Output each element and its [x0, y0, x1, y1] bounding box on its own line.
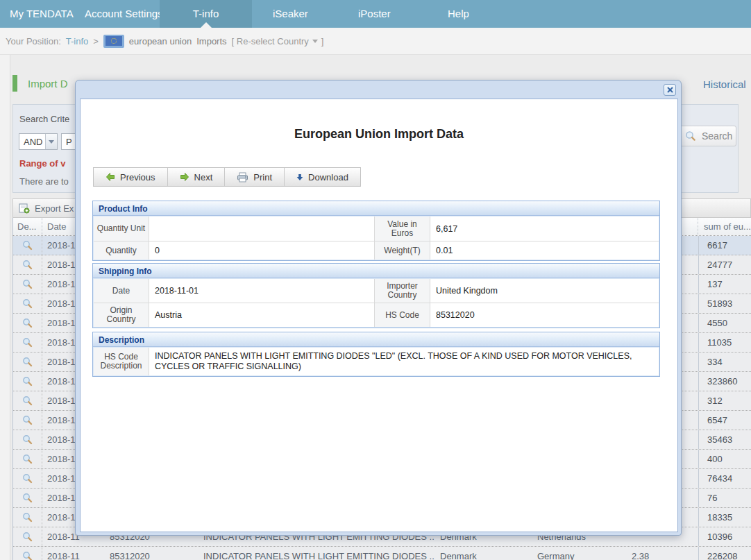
shipping-info-section: Shipping Info Date 2018-11-01 Importer C…	[92, 263, 660, 328]
row-detail-button[interactable]	[13, 353, 42, 371]
column-header-detail[interactable]: De...	[13, 218, 42, 235]
magnifier-icon[interactable]	[22, 376, 33, 387]
magnifier-icon[interactable]	[22, 415, 33, 425]
row-detail-button[interactable]	[13, 450, 42, 468]
close-icon	[667, 87, 673, 93]
magnifier-icon[interactable]	[22, 318, 33, 328]
magnifier-icon[interactable]	[22, 473, 33, 484]
cell-sum: 35463	[698, 430, 751, 449]
next-label: Next	[194, 172, 213, 183]
label-date: Date	[94, 279, 149, 303]
reselect-country-button[interactable]: [ Re-select Country ]	[232, 36, 324, 46]
import-data-dialog: European Union Import Data Previous Next	[75, 80, 682, 536]
print-button[interactable]: Print	[224, 168, 284, 186]
breadcrumb-prefix: Your Position:	[6, 36, 61, 46]
app-root: My TENDATA Account Settings T-info iSeak…	[0, 0, 751, 560]
magnifier-icon[interactable]	[22, 298, 33, 309]
dialog-title: European Union Import Data	[81, 127, 677, 142]
value-quantity-unit	[149, 217, 375, 241]
row-detail-button[interactable]	[13, 527, 42, 546]
magnifier-icon[interactable]	[22, 512, 33, 523]
value-origin-country: Austria	[149, 303, 375, 327]
historical-link[interactable]: Historical	[703, 78, 746, 90]
row-detail-button[interactable]	[13, 489, 42, 507]
row-detail-button[interactable]	[13, 275, 42, 294]
next-button[interactable]: Next	[167, 168, 225, 186]
magnifier-icon[interactable]	[22, 396, 33, 406]
description-heading: Description	[93, 332, 659, 347]
label-weight: Weight(T)	[375, 241, 430, 260]
results-note-text: There are to	[19, 176, 69, 187]
magnifier-icon[interactable]	[22, 493, 33, 503]
cell-description: INDICATOR PANELS WITH LIGHT EMITTING DIO…	[199, 547, 434, 560]
value-hs-code: 85312020	[430, 303, 659, 327]
row-detail-button[interactable]	[13, 333, 42, 352]
label-value-in-euros: Value in Euros	[375, 217, 430, 241]
row-detail-button[interactable]	[13, 391, 42, 410]
nav-item-t-info[interactable]: T-info	[160, 0, 252, 28]
cell-sum: 76434	[698, 469, 751, 488]
row-detail-button[interactable]	[13, 411, 42, 430]
table-row[interactable]: 2018-1185312020INDICATOR PANELS WITH LIG…	[13, 547, 751, 560]
breadcrumb-separator: >	[93, 36, 99, 46]
product-info-heading: Product Info	[93, 201, 659, 216]
label-quantity-unit: Quantity Unit	[94, 217, 149, 241]
magnifier-icon[interactable]	[22, 357, 33, 367]
label-quantity: Quantity	[94, 241, 149, 260]
breadcrumb-link-t-info[interactable]: T-info	[66, 36, 89, 46]
magnifier-icon[interactable]	[22, 279, 33, 289]
magnifier-icon[interactable]	[22, 260, 33, 270]
dialog-close-button[interactable]	[664, 84, 676, 96]
export-excel-label: Export Ex	[35, 203, 74, 214]
and-or-select[interactable]: AND	[19, 133, 58, 150]
value-quantity: 0	[149, 241, 375, 260]
nav-item-my-tendata[interactable]: My TENDATA	[10, 0, 74, 28]
row-detail-button[interactable]	[13, 547, 42, 560]
magnifier-icon[interactable]	[22, 434, 33, 445]
magnifier-icon[interactable]	[22, 240, 33, 251]
row-detail-button[interactable]	[13, 255, 42, 274]
search-button[interactable]: Search	[678, 126, 736, 146]
cell-sum: 312	[698, 391, 751, 410]
cell-sum: 10396	[698, 527, 751, 546]
breadcrumb: Your Position: T-info > european union I…	[0, 28, 751, 55]
eu-flag-icon	[103, 35, 124, 48]
row-detail-button[interactable]	[13, 372, 42, 391]
reselect-label: [ Re-select Country	[232, 36, 309, 46]
label-hs-code-description: HS Code Description	[94, 348, 149, 375]
export-excel-button[interactable]: Export Ex	[19, 203, 74, 214]
cell-sum: 6547	[698, 411, 751, 430]
import-data-tab[interactable]: Import D	[28, 78, 68, 90]
nav-item-help[interactable]: Help	[448, 0, 469, 28]
nav-item-iposter[interactable]: iPoster	[358, 0, 391, 28]
row-detail-button[interactable]	[13, 294, 42, 313]
select-chevron-icon[interactable]	[45, 134, 57, 149]
cell-hs-code: 85312020	[105, 547, 199, 560]
top-navbar: My TENDATA Account Settings T-info iSeak…	[0, 0, 751, 28]
nav-item-iseaker[interactable]: iSeaker	[273, 0, 308, 28]
cell-sum: 137	[698, 275, 751, 294]
column-header-sum[interactable]: sum of eu...	[698, 218, 751, 235]
download-button[interactable]: Download	[284, 168, 360, 186]
magnifier-icon[interactable]	[22, 532, 33, 542]
magnifier-icon[interactable]	[22, 337, 33, 348]
cell-sum: 323860	[698, 372, 751, 391]
row-detail-button[interactable]	[13, 430, 42, 449]
arrow-right-icon	[180, 172, 189, 182]
nav-item-account-settings[interactable]: Account Settings	[85, 0, 163, 28]
cell-sum: 51893	[698, 294, 751, 313]
shipping-info-heading: Shipping Info	[93, 264, 659, 278]
previous-label: Previous	[120, 172, 155, 183]
chevron-down-icon	[312, 40, 318, 43]
row-detail-button[interactable]	[13, 469, 42, 488]
magnifier-icon[interactable]	[22, 454, 33, 464]
row-detail-button[interactable]	[13, 314, 42, 332]
description-section: Description HS Code Description INDICATO…	[92, 332, 660, 377]
row-detail-button[interactable]	[13, 236, 42, 255]
breadcrumb-country: european union	[129, 36, 192, 46]
range-warning-text: Range of v	[19, 158, 65, 169]
download-icon	[296, 173, 303, 181]
row-detail-button[interactable]	[13, 508, 42, 527]
magnifier-icon[interactable]	[22, 551, 33, 560]
previous-button[interactable]: Previous	[94, 168, 167, 186]
